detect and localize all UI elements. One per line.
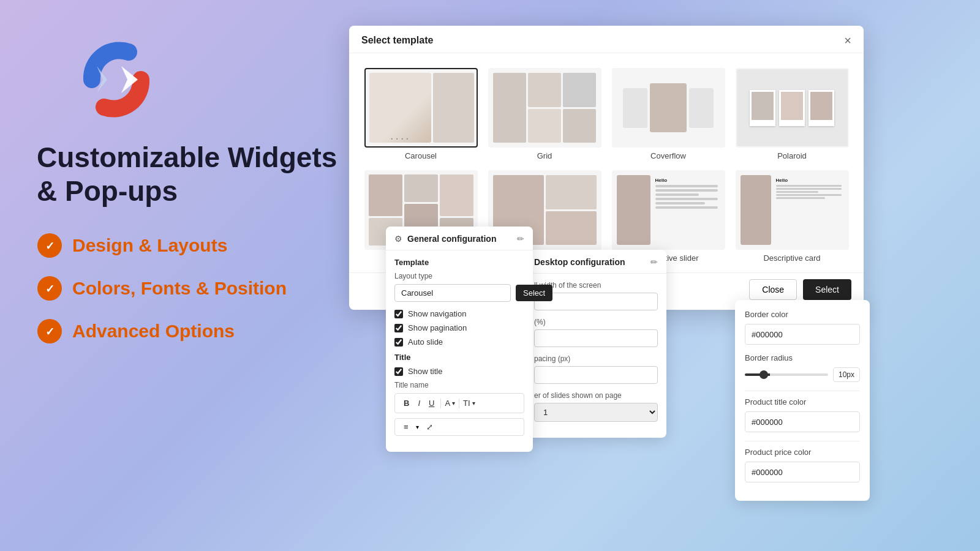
template-item-grid[interactable]: Grid xyxy=(483,63,606,165)
general-config-panel: ⚙ General configuration ✏ Template Layou… xyxy=(386,227,533,452)
feature-item-advanced: ✓ Advanced Options xyxy=(37,318,355,344)
border-radius-unit-label: px xyxy=(846,370,854,379)
template-item-coverflow[interactable]: Coverflow xyxy=(606,63,730,165)
spacing-input[interactable] xyxy=(534,366,658,384)
border-radius-value-box: 10 px xyxy=(833,367,860,382)
template-thumb-polaroid xyxy=(736,68,849,148)
format-toolbar: ≡ ▾ ⤢ xyxy=(394,418,524,436)
template-thumb-carousel xyxy=(364,68,478,148)
slides-select[interactable]: 1 2 3 4 xyxy=(534,403,658,422)
template-item-polaroid[interactable]: Polaroid xyxy=(730,63,854,165)
template-item-descriptive-card[interactable]: Hello Descriptive card xyxy=(730,165,854,268)
feature-item-colors: ✓ Colors, Fonts & Position xyxy=(37,276,355,301)
modal-close-button[interactable]: × xyxy=(844,34,851,47)
template-label-coverflow: Coverflow xyxy=(650,151,686,160)
svg-text:✓: ✓ xyxy=(45,326,55,338)
show-title-row: Show title xyxy=(394,367,524,376)
panel-header-left: ⚙ General configuration xyxy=(394,234,496,244)
show-navigation-row: Show navigation xyxy=(394,309,524,318)
template-label-grid: Grid xyxy=(537,151,552,160)
feature-text-design: Design & Layouts xyxy=(72,235,227,256)
border-radius-slider[interactable] xyxy=(745,373,828,376)
border-color-row xyxy=(745,324,860,345)
desktop-edit-icon[interactable]: ✏ xyxy=(650,257,658,267)
show-pagination-row: Show pagination xyxy=(394,323,524,332)
svg-text:✓: ✓ xyxy=(45,240,55,252)
logo xyxy=(74,37,159,122)
feature-text-colors: Colors, Fonts & Position xyxy=(72,278,287,299)
title-section-label: Title xyxy=(394,353,524,362)
template-section-label: Template xyxy=(394,258,524,267)
check-icon-colors: ✓ xyxy=(37,276,62,301)
bold-button[interactable]: B xyxy=(401,397,412,409)
general-config-header: ⚙ General configuration ✏ xyxy=(386,227,533,250)
spacing-label: pacing (px) xyxy=(534,354,658,363)
product-title-color-input[interactable] xyxy=(745,413,860,431)
show-pagination-label: Show pagination xyxy=(408,323,467,332)
border-radius-value: 10 xyxy=(839,370,846,379)
width-input[interactable] xyxy=(534,293,658,310)
product-price-color-input[interactable] xyxy=(745,463,860,481)
section-separator-1 xyxy=(745,391,860,391)
chevron-down-icon3: ▾ xyxy=(416,424,419,430)
border-color-input[interactable] xyxy=(745,326,860,343)
template-label-polaroid: Polaroid xyxy=(777,151,807,160)
modal-header: Select template × xyxy=(349,26,864,53)
font-size-button[interactable]: TI ▾ xyxy=(463,399,475,408)
border-color-label: Border color xyxy=(745,310,860,319)
border-config-panel: Border color Border radius 10 px Product… xyxy=(735,300,870,501)
width-label: ll width of the screen xyxy=(534,281,658,290)
footer-select-button[interactable]: Select xyxy=(803,279,851,300)
template-item-carousel[interactable]: Carousel xyxy=(359,63,483,165)
footer-close-button[interactable]: Close xyxy=(749,279,797,300)
border-radius-slider-row: 10 px xyxy=(745,367,860,382)
expand-button[interactable]: ⤢ xyxy=(424,421,435,433)
underline-button[interactable]: U xyxy=(426,397,437,409)
font-color-button[interactable]: A ▾ xyxy=(445,399,455,408)
font-color-label: A xyxy=(445,399,450,408)
percent-input[interactable] xyxy=(534,329,658,347)
edit-icon[interactable]: ✏ xyxy=(517,234,524,244)
product-price-color-label: Product price color xyxy=(745,448,860,457)
show-title-checkbox[interactable] xyxy=(394,367,403,376)
layout-select-button[interactable]: Select xyxy=(516,285,552,301)
auto-slide-row: Auto slide xyxy=(394,337,524,347)
product-title-color-label: Product title color xyxy=(745,397,860,407)
show-pagination-checkbox[interactable] xyxy=(394,324,403,332)
percent-label: (%) xyxy=(534,318,658,326)
show-navigation-label: Show navigation xyxy=(408,309,466,318)
auto-slide-label: Auto slide xyxy=(408,337,443,347)
chevron-down-icon2: ▾ xyxy=(472,400,475,407)
layout-type-input[interactable] xyxy=(394,284,511,302)
layout-type-label: Layout type xyxy=(394,272,524,280)
feature-item-design: ✓ Design & Layouts xyxy=(37,233,355,258)
general-config-body: Template Layout type Select Show navigat… xyxy=(386,250,533,443)
text-toolbar: B I U A ▾ TI ▾ xyxy=(394,393,524,413)
modal-title: Select template xyxy=(361,35,433,46)
left-panel: Customizable Widgets & Pop-ups ✓ Design … xyxy=(37,37,355,344)
chevron-down-icon: ▾ xyxy=(452,400,455,407)
template-thumb-descriptive-slider: Hello xyxy=(612,170,725,250)
check-icon-advanced: ✓ xyxy=(37,318,62,344)
border-radius-label: Border radius xyxy=(745,353,860,362)
auto-slide-checkbox[interactable] xyxy=(394,338,403,347)
section-separator-2 xyxy=(745,441,860,441)
feature-text-advanced: Advanced Options xyxy=(72,321,235,342)
layout-type-row: Select xyxy=(394,284,524,302)
svg-text:✓: ✓ xyxy=(45,283,55,295)
gear-icon: ⚙ xyxy=(394,234,402,244)
show-navigation-checkbox[interactable] xyxy=(394,310,403,318)
main-title: Customizable Widgets & Pop-ups xyxy=(37,141,355,208)
product-title-color-row xyxy=(745,411,860,432)
toolbar-divider1 xyxy=(440,399,441,408)
desktop-config-header: Desktop configuration ✏ xyxy=(526,250,666,274)
font-size-label: TI xyxy=(463,399,470,408)
template-thumb-descriptive-card: Hello xyxy=(736,170,849,250)
title-name-label: Title name xyxy=(394,381,524,389)
align-left-button[interactable]: ≡ xyxy=(401,421,411,433)
template-thumb-coverflow xyxy=(612,68,725,148)
product-price-color-row xyxy=(745,462,860,482)
toolbar-divider2 xyxy=(459,399,459,408)
slides-label: er of slides shown on page xyxy=(534,391,658,400)
italic-button[interactable]: I xyxy=(415,397,423,409)
